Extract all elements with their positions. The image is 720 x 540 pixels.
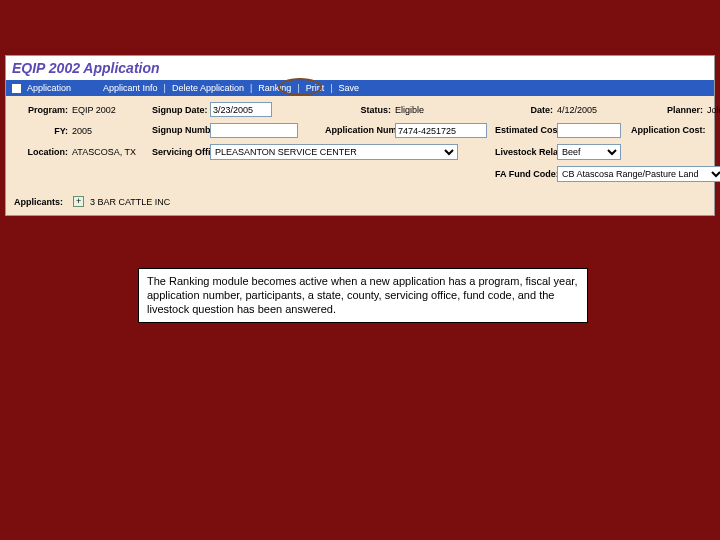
livestock-select[interactable]: Beef	[557, 144, 621, 160]
menu-print[interactable]: Print	[306, 83, 325, 93]
fy-label: FY:	[14, 126, 72, 136]
menu-save[interactable]: Save	[339, 83, 360, 93]
servicing-office-label: Servicing Office:	[152, 148, 210, 157]
menu-separator: |	[297, 83, 299, 93]
servicing-office-field: PLEASANTON SERVICE CENTER	[210, 144, 495, 160]
app-window: EQIP 2002 Application Application Applic…	[5, 55, 715, 216]
fund-code-select[interactable]: CB Atascosa Range/Pasture Land	[557, 166, 720, 182]
menu-application[interactable]: Application	[27, 83, 71, 93]
program-value: EQIP 2002	[72, 105, 152, 115]
menu-bar: Application Applicant Info | Delete Appl…	[6, 80, 714, 96]
menu-separator: |	[250, 83, 252, 93]
location-label: Location:	[14, 147, 72, 157]
signup-date-input[interactable]	[210, 102, 272, 117]
caption-box: The Ranking module becomes active when a…	[138, 268, 588, 323]
menu-icon	[12, 84, 21, 93]
livestock-field: Beef	[557, 144, 631, 160]
est-cost-label: Estimated Cost:	[495, 126, 557, 135]
applicants-label: Applicants:	[14, 197, 67, 207]
app-number-label: Application Number:	[325, 126, 395, 135]
menu-separator: |	[330, 83, 332, 93]
livestock-label: Livestock Related:	[495, 148, 557, 157]
applicants-row: Applicants: + 3 BAR CATTLE INC	[6, 192, 714, 215]
status-value: Eligible	[395, 105, 495, 115]
date-value: 4/12/2005	[557, 105, 631, 115]
fy-value: 2005	[72, 126, 152, 136]
fund-code-label: FA Fund Code:	[495, 170, 557, 179]
status-label: Status:	[325, 105, 395, 115]
signup-number-input[interactable]	[210, 123, 298, 138]
date-label: Date:	[495, 105, 557, 115]
app-number-field	[395, 123, 495, 138]
fund-code-field: CB Atascosa Range/Pasture Land	[557, 166, 720, 182]
est-cost-input[interactable]	[557, 123, 621, 138]
program-label: Program:	[14, 105, 72, 115]
caption-text: The Ranking module becomes active when a…	[147, 275, 577, 315]
signup-date-field	[210, 102, 325, 117]
expand-icon[interactable]: +	[73, 196, 84, 207]
app-number-input[interactable]	[395, 123, 487, 138]
menu-delete-application[interactable]: Delete Application	[172, 83, 244, 93]
servicing-office-select[interactable]: PLEASANTON SERVICE CENTER	[210, 144, 458, 160]
menu-ranking[interactable]: Ranking	[258, 83, 291, 93]
planner-label: Planner:	[631, 105, 707, 115]
est-cost-field	[557, 123, 631, 138]
form-body: Program: EQIP 2002 Signup Date: Status: …	[6, 96, 714, 192]
signup-number-field	[210, 123, 325, 138]
location-value: ATASCOSA, TX	[72, 147, 152, 157]
signup-date-label: Signup Date:	[152, 105, 210, 115]
signup-number-label: Signup Number:	[152, 126, 210, 135]
app-title: EQIP 2002 Application	[6, 56, 714, 80]
planner-value: Jolene Smith	[707, 105, 720, 115]
app-cost-label: Application Cost:	[631, 126, 707, 135]
menu-separator: |	[164, 83, 166, 93]
menu-applicant-info[interactable]: Applicant Info	[103, 83, 158, 93]
applicants-value: 3 BAR CATTLE INC	[90, 197, 170, 207]
